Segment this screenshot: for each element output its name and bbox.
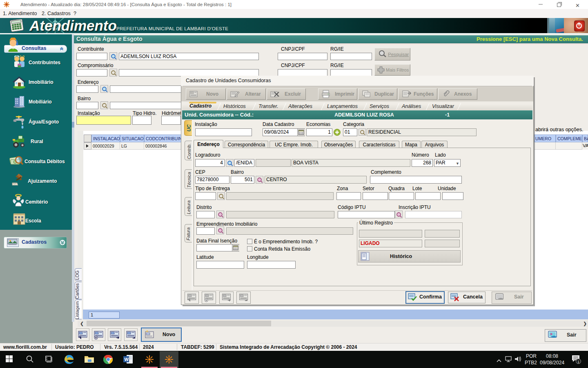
svg-text:1: 1 [577,360,579,364]
svg-text:W: W [125,357,129,362]
